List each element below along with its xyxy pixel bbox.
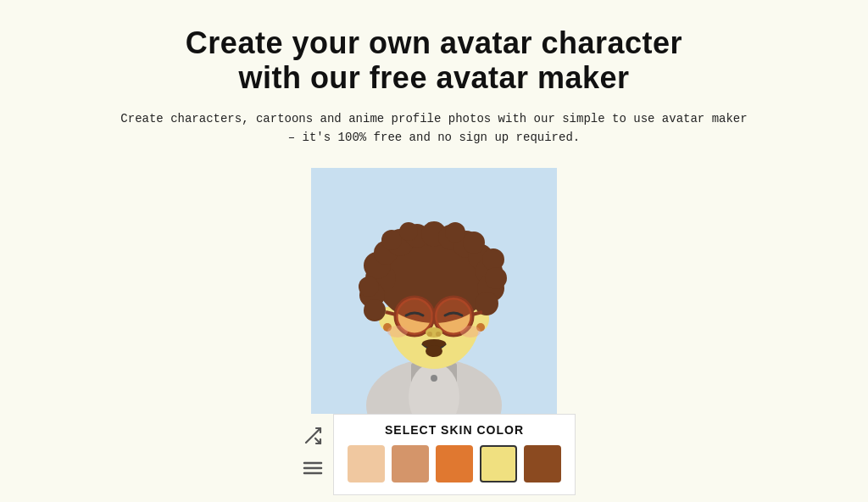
- page-wrapper: Create your own avatar character with ou…: [0, 0, 868, 502]
- controls-row: SELECT SKIN COLOR: [292, 414, 576, 495]
- svg-point-29: [399, 222, 418, 241]
- skin-swatch-light-peach[interactable]: [348, 445, 385, 482]
- svg-point-43: [436, 332, 441, 337]
- svg-point-47: [460, 326, 481, 337]
- svg-point-30: [445, 222, 465, 243]
- skin-swatch-yellow-light[interactable]: [480, 445, 517, 482]
- svg-point-42: [427, 332, 432, 337]
- svg-point-33: [485, 267, 507, 289]
- skin-panel: SELECT SKIN COLOR: [333, 414, 576, 495]
- svg-point-45: [426, 345, 442, 357]
- skin-colors: [348, 445, 561, 482]
- avatar-canvas: [311, 168, 557, 414]
- icon-controls: [292, 414, 333, 490]
- skin-swatch-dark-brown[interactable]: [524, 445, 561, 482]
- menu-button[interactable]: [299, 455, 326, 482]
- svg-point-28: [381, 230, 402, 250]
- page-title: Create your own avatar character with ou…: [186, 25, 682, 96]
- svg-point-46: [387, 326, 408, 337]
- avatar-area: SELECT SKIN COLOR: [292, 168, 576, 495]
- svg-point-32: [482, 248, 504, 271]
- shuffle-button[interactable]: [299, 422, 326, 449]
- page-subtitle: Create characters, cartoons and anime pr…: [116, 109, 752, 148]
- svg-point-27: [359, 276, 379, 297]
- svg-point-5: [431, 375, 437, 382]
- skin-label: SELECT SKIN COLOR: [348, 423, 561, 437]
- skin-swatch-orange-tan[interactable]: [436, 445, 473, 482]
- skin-swatch-warm-tan[interactable]: [392, 445, 429, 482]
- svg-point-31: [463, 231, 485, 254]
- svg-point-26: [364, 299, 386, 321]
